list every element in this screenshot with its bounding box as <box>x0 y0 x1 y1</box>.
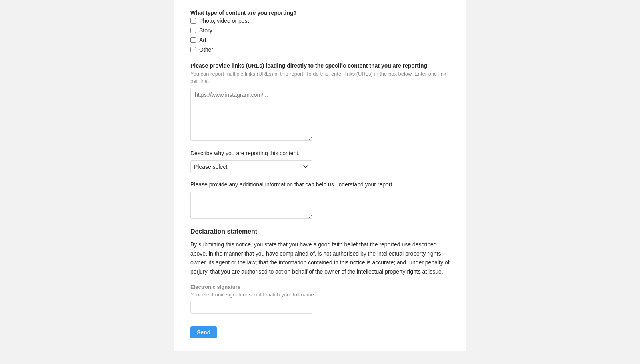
checkbox-item-photo: Photo, video or post <box>190 18 450 24</box>
checkbox-label-story[interactable]: Story <box>199 27 212 34</box>
urls-label: Please provide links (URLs) leading dire… <box>190 62 450 69</box>
declaration-text: By submitting this notice, you state tha… <box>190 240 450 276</box>
checkbox-photo-video-post[interactable] <box>190 18 196 24</box>
reason-section: Describe why you are reporting this cont… <box>190 150 450 173</box>
send-button[interactable]: Send <box>190 326 217 338</box>
electronic-sig-label: Electronic signature <box>190 284 450 290</box>
checkbox-ad[interactable] <box>190 37 196 43</box>
checkbox-label-other[interactable]: Other <box>199 46 213 53</box>
declaration-title: Declaration statement <box>190 228 450 235</box>
checkbox-story[interactable] <box>190 28 196 33</box>
electronic-sig-sublabel: Your electronic signature should match y… <box>190 292 450 298</box>
signature-input[interactable] <box>190 301 312 314</box>
checkbox-label-ad[interactable]: Ad <box>199 37 206 43</box>
additional-info-label: Please provide any additional informatio… <box>190 181 450 188</box>
checkbox-other[interactable] <box>190 47 196 52</box>
content-type-label: What type of content are you reporting? <box>190 10 450 16</box>
additional-info-textarea[interactable] <box>190 192 312 219</box>
declaration-section: Declaration statement By submitting this… <box>190 228 450 314</box>
reason-label: Describe why you are reporting this cont… <box>190 150 450 156</box>
urls-section: Please provide links (URLs) leading dire… <box>190 62 450 142</box>
urls-sublabel: You can report multiple links (URLs) in … <box>190 70 450 85</box>
checkbox-item-other: Other <box>190 46 450 53</box>
additional-info-section: Please provide any additional informatio… <box>190 181 450 220</box>
checkbox-item-ad: Ad <box>190 37 450 43</box>
content-type-checkboxes: Photo, video or post Story Ad Other <box>190 18 450 53</box>
urls-textarea[interactable] <box>190 88 312 141</box>
reason-select[interactable]: Please select It's spam Nudity or sexual… <box>190 160 312 173</box>
checkbox-item-story: Story <box>190 27 450 34</box>
checkbox-label-photo-video-post[interactable]: Photo, video or post <box>199 18 249 24</box>
content-type-section: What type of content are you reporting? … <box>190 10 450 53</box>
